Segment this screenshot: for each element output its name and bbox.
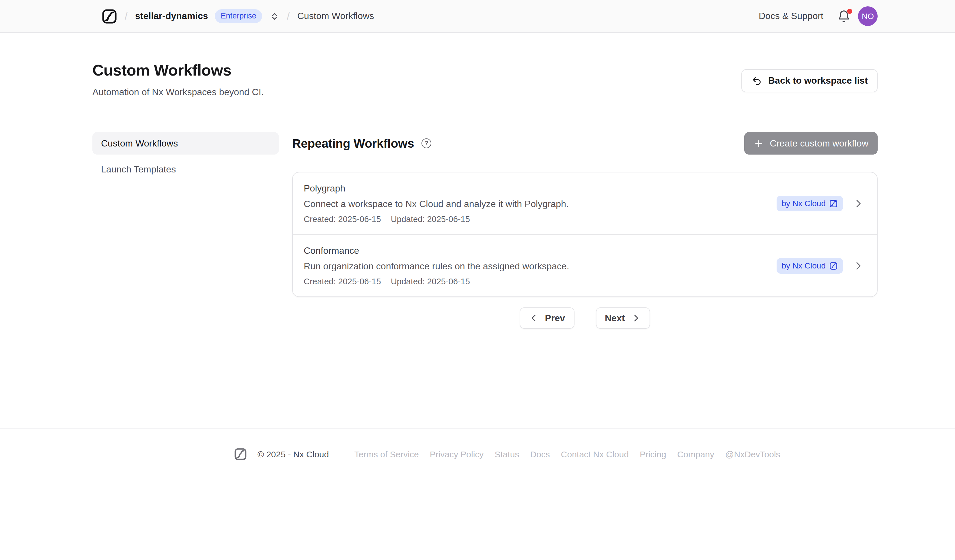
next-label: Next [605,313,625,323]
nx-cloud-footer-logo-icon [234,448,247,461]
badge-label: by Nx Cloud [781,199,826,208]
badge-label: by Nx Cloud [781,261,826,270]
workflows-list-card: Polygraph Connect a workspace to Nx Clou… [292,172,878,297]
workflow-description: Run organization conformance rules on th… [304,261,779,271]
docs-support-link[interactable]: Docs & Support [759,11,823,21]
page-title: Custom Workflows [92,62,264,80]
next-page-button[interactable]: Next [596,307,650,329]
workflow-row-conformance[interactable]: Conformance Run organization conformance… [293,234,877,296]
breadcrumb-workspace[interactable]: stellar-dynamics [135,11,208,21]
sidebar: Custom Workflows Launch Templates [92,132,279,329]
help-icon[interactable]: ? [422,139,432,148]
page-header-text: Custom Workflows Automation of Nx Worksp… [92,62,264,97]
workflow-name: Polygraph [304,183,779,194]
breadcrumb-current-page: Custom Workflows [297,11,374,21]
create-button-label: Create custom workflow [770,138,868,148]
chevron-right-icon [631,313,641,323]
footer: © 2025 - Nx Cloud Terms of Service Priva… [0,428,955,560]
plan-badge: Enterprise [215,9,262,23]
breadcrumb-separator: / [287,10,290,22]
return-arrow-icon [751,75,762,86]
chevron-up-down-icon [270,11,279,21]
workflow-name: Conformance [304,246,779,256]
nx-cloud-logo-icon [102,8,117,24]
plus-icon [754,138,764,148]
pagination: Prev Next [292,307,878,329]
header-actions: Docs & Support NO [759,6,878,26]
section-heading-wrap: Repeating Workflows ? [292,136,432,150]
chevron-right-icon[interactable] [853,198,864,209]
workflows-section: Repeating Workflows ? Create custom work… [292,132,878,329]
notification-dot [847,8,852,14]
workflow-created: Created: 2025-06-15 [304,215,381,224]
chevron-left-icon [529,313,539,323]
sidebar-item-custom-workflows[interactable]: Custom Workflows [92,132,279,154]
footer-link-contact[interactable]: Contact Nx Cloud [561,449,629,459]
footer-links: Terms of Service Privacy Policy Status D… [354,449,780,459]
workflow-description: Connect a workspace to Nx Cloud and anal… [304,199,779,209]
footer-link-company[interactable]: Company [677,449,714,459]
footer-link-pricing[interactable]: Pricing [640,449,666,459]
avatar[interactable]: NO [858,6,878,26]
breadcrumb-separator: / [125,10,128,22]
back-to-workspace-list-button[interactable]: Back to workspace list [742,69,878,92]
prev-page-button[interactable]: Prev [520,307,574,329]
footer-link-privacy[interactable]: Privacy Policy [430,449,484,459]
notifications-button[interactable] [837,9,850,23]
workflow-meta: Created: 2025-06-15 Updated: 2025-06-15 [304,277,779,286]
page-header: Custom Workflows Automation of Nx Worksp… [92,62,878,97]
page-subtitle: Automation of Nx Workspaces beyond CI. [92,87,264,97]
section-heading: Repeating Workflows [292,136,414,150]
back-button-label: Back to workspace list [768,76,868,86]
content-area: Custom Workflows Launch Templates Repeat… [92,132,878,329]
top-navbar: / stellar-dynamics Enterprise / Custom W… [0,0,955,33]
prev-label: Prev [545,313,565,323]
footer-row: © 2025 - Nx Cloud Terms of Service Priva… [0,448,955,461]
workflows-section-header: Repeating Workflows ? Create custom work… [292,132,878,154]
app-screen: / stellar-dynamics Enterprise / Custom W… [0,0,955,560]
nx-cloud-mini-logo-icon [829,199,838,207]
by-nx-cloud-badge: by Nx Cloud [776,195,843,211]
workflow-updated: Updated: 2025-06-15 [391,215,470,224]
footer-link-docs[interactable]: Docs [530,449,550,459]
by-nx-cloud-badge: by Nx Cloud [776,258,843,273]
workflow-row-right: by Nx Cloud [776,195,864,211]
workflow-row-right: by Nx Cloud [776,258,864,273]
footer-link-nxdevtools[interactable]: @NxDevTools [725,449,780,459]
nx-cloud-logo[interactable] [102,8,117,24]
create-custom-workflow-button[interactable]: Create custom workflow [745,132,878,154]
nx-cloud-mini-logo-icon [829,261,838,270]
workflow-created: Created: 2025-06-15 [304,277,381,286]
footer-link-status[interactable]: Status [495,449,519,459]
copyright-text: © 2025 - Nx Cloud [258,449,329,459]
sidebar-item-launch-templates[interactable]: Launch Templates [92,158,279,181]
footer-link-terms[interactable]: Terms of Service [354,449,419,459]
workflow-row-polygraph[interactable]: Polygraph Connect a workspace to Nx Clou… [293,172,877,234]
workflow-updated: Updated: 2025-06-15 [391,277,470,286]
workflow-meta: Created: 2025-06-15 Updated: 2025-06-15 [304,215,779,224]
workspace-switcher-button[interactable] [270,11,279,21]
chevron-right-icon[interactable] [853,260,864,271]
